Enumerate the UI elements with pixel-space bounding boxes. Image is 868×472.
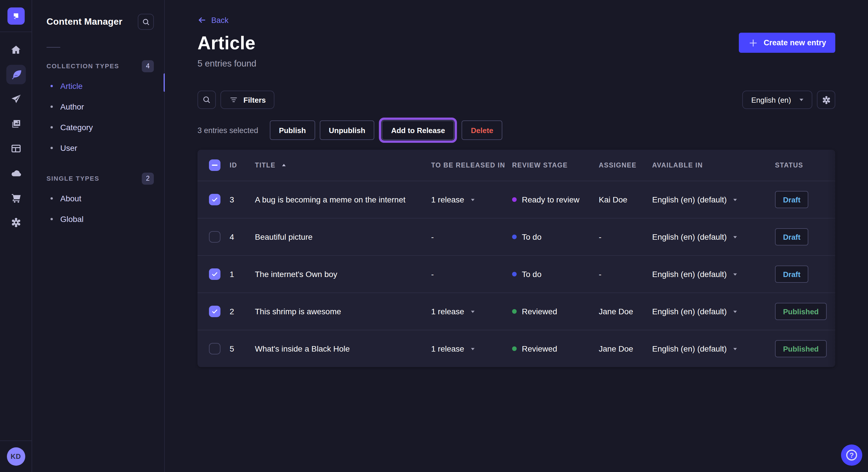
sidebar-item-article[interactable]: Article (46, 76, 154, 96)
collection-types-list: Article Author Category User (46, 76, 154, 158)
row-title: This shrimp is awesome (255, 307, 341, 316)
chevron-down-icon[interactable] (732, 345, 738, 352)
rail-deploy-button[interactable] (6, 164, 26, 183)
column-header-to-be-released-in[interactable]: TO BE RELEASED IN (431, 162, 512, 169)
row-checkbox[interactable] (209, 231, 220, 243)
selection-bar: 3 entries selected Publish Unpublish Add… (197, 119, 835, 142)
indeterminate-dash-icon (212, 165, 218, 166)
row-checkbox[interactable] (209, 268, 220, 280)
table-row[interactable]: 5 What's inside a Black Hole 1 release R… (197, 330, 835, 367)
column-header-review-stage[interactable]: REVIEW STAGE (512, 162, 599, 169)
rail-content-manager-button[interactable] (6, 65, 26, 84)
table-row[interactable]: 2 This shrimp is awesome 1 release Revie… (197, 293, 835, 330)
cell-title: Beautiful picture (255, 232, 431, 241)
unpublish-button[interactable]: Unpublish (320, 121, 375, 140)
row-title: What's inside a Black Hole (255, 344, 350, 353)
rail-home-button[interactable] (6, 40, 26, 60)
table-row[interactable]: 3 A bug is becoming a meme on the intern… (197, 181, 835, 218)
column-header-assignee[interactable]: ASSIGNEE (599, 162, 652, 169)
gear-icon (821, 95, 831, 105)
cell-id: 5 (229, 344, 255, 353)
section-label-collection-types: COLLECTION TYPES (46, 63, 119, 69)
cell-review-stage: Ready to review (512, 195, 599, 204)
chevron-down-icon[interactable] (469, 196, 476, 203)
delete-button[interactable]: Delete (462, 121, 502, 140)
row-checkbox[interactable] (209, 343, 220, 355)
question-mark-icon: ? (846, 450, 857, 461)
column-header-title[interactable]: TITLE (255, 162, 431, 169)
back-label: Back (211, 16, 228, 24)
check-icon (211, 271, 218, 278)
sidebar-item-user[interactable]: User (46, 138, 154, 158)
cell-status: Published (775, 303, 835, 320)
row-released-in: 1 release (431, 195, 464, 204)
single-types-count-badge: 2 (142, 172, 154, 184)
cell-released-in: 1 release (431, 195, 512, 204)
rail-settings-button[interactable] (6, 213, 26, 232)
row-stage: Reviewed (522, 307, 557, 316)
chevron-down-icon[interactable] (469, 345, 476, 352)
column-header-available-in[interactable]: AVAILABLE IN (652, 162, 775, 169)
row-available-in: English (en) (default) (652, 232, 727, 241)
filters-button[interactable]: Filters (220, 91, 274, 109)
table-row[interactable]: 1 The internet's Own boy - To do - Engli… (197, 255, 835, 293)
sidebar-item-global[interactable]: Global (46, 209, 154, 229)
add-to-release-button[interactable]: Add to Release (382, 121, 454, 140)
row-checkbox[interactable] (209, 194, 220, 205)
feather-icon (10, 69, 22, 80)
cell-id: 2 (229, 307, 255, 316)
table-row[interactable]: 4 Beautiful picture - To do - English (e… (197, 218, 835, 255)
cell-released-in: - (431, 232, 512, 241)
rail-content-type-builder-button[interactable] (6, 139, 26, 158)
cell-review-stage: To do (512, 232, 599, 241)
sidebar-item-category[interactable]: Category (46, 117, 154, 138)
column-header-status[interactable]: STATUS (775, 162, 835, 169)
row-released-in: 1 release (431, 344, 464, 353)
help-button[interactable]: ? (841, 444, 862, 466)
locale-value: English (en) (751, 96, 791, 104)
cell-available-in: English (en) (default) (652, 344, 775, 353)
row-checkbox[interactable] (209, 306, 220, 317)
publish-button[interactable]: Publish (270, 121, 315, 140)
back-link[interactable]: Back (197, 15, 228, 25)
chevron-down-icon[interactable] (732, 271, 738, 277)
column-header-id[interactable]: ID (229, 162, 255, 169)
sidebar-item-author[interactable]: Author (46, 96, 154, 117)
strapi-logo-icon[interactable] (7, 7, 24, 24)
images-icon (10, 118, 22, 130)
user-avatar[interactable]: KD (7, 447, 25, 466)
content-manager-sidebar: Content Manager COLLECTION TYPES 4 Artic… (32, 0, 165, 472)
search-icon (202, 95, 211, 104)
rail-marketplace-button[interactable] (6, 188, 26, 208)
select-all-checkbox[interactable] (209, 160, 220, 171)
row-assignee: Kai Doe (599, 195, 627, 204)
row-stage: Reviewed (522, 344, 557, 353)
cell-id: 4 (229, 232, 255, 241)
cell-assignee: Jane Doe (599, 307, 652, 316)
rail-media-library-button[interactable] (6, 114, 26, 134)
stage-dot-icon (512, 197, 517, 202)
gear-icon (10, 217, 22, 228)
chevron-down-icon[interactable] (732, 196, 738, 203)
row-id: 3 (229, 195, 234, 204)
cell-assignee: - (599, 232, 652, 241)
collection-types-count-badge: 4 (142, 60, 154, 72)
row-available-in: English (en) (default) (652, 307, 727, 316)
chevron-down-icon[interactable] (732, 234, 738, 240)
stage-dot-icon (512, 309, 517, 314)
locale-select[interactable]: English (en) (742, 91, 812, 109)
chevron-down-icon[interactable] (469, 308, 476, 314)
chevron-down-icon[interactable] (732, 308, 738, 314)
cell-released-in: 1 release (431, 307, 512, 316)
create-new-entry-label: Create new entry (764, 38, 826, 47)
cart-icon (10, 192, 22, 204)
table-header-row: ID TITLE TO BE RELEASED IN REVIEW STAGE … (197, 150, 835, 181)
create-new-entry-button[interactable]: Create new entry (739, 33, 835, 53)
sidebar-item-about[interactable]: About (46, 188, 154, 209)
sidebar-search-button[interactable] (138, 14, 154, 30)
view-settings-button[interactable] (817, 91, 835, 109)
table-search-button[interactable] (197, 91, 216, 109)
stage-dot-icon (512, 346, 517, 351)
cell-status: Draft (775, 191, 835, 208)
rail-releases-button[interactable] (6, 90, 26, 109)
